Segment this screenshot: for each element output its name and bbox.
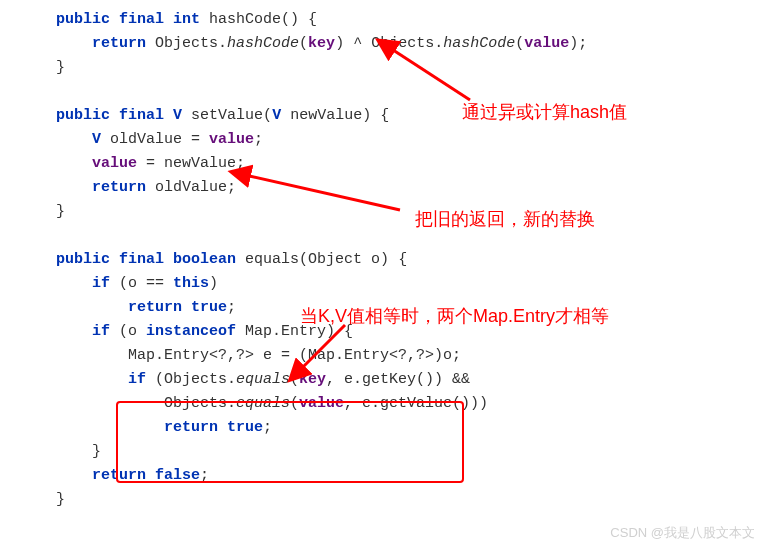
method-call: equals: [236, 371, 290, 388]
method-call: equals: [236, 395, 290, 412]
punct: (: [290, 395, 299, 412]
text: Objects.: [164, 395, 236, 412]
method-name: hashCode: [209, 11, 281, 28]
kw-if: if: [92, 275, 110, 292]
cls: Objects: [371, 35, 434, 52]
text: (Object o) {: [299, 251, 407, 268]
text: (o ==: [110, 275, 173, 292]
type-v: V: [272, 107, 281, 124]
punct: (: [515, 35, 524, 52]
field-value: value: [209, 131, 254, 148]
kw-return: return: [92, 35, 146, 52]
punct: ;: [200, 467, 209, 484]
punct: ) ^: [335, 35, 371, 52]
code-block: public final int hashCode() { return Obj…: [0, 0, 771, 520]
punct: ;: [227, 299, 236, 316]
kw-int: int: [173, 11, 200, 28]
method-name: setValue: [191, 107, 263, 124]
kw-boolean: boolean: [173, 251, 236, 268]
text: oldValue;: [146, 179, 236, 196]
kw-return-true: return true: [164, 419, 263, 436]
field-key: key: [299, 371, 326, 388]
kw-return-false: return false: [92, 467, 200, 484]
text: = newValue;: [137, 155, 245, 172]
text: Map.Entry<?,?> e = (Map.Entry<?,?>)o;: [128, 347, 461, 364]
annotation-setvalue: 把旧的返回，新的替换: [415, 205, 595, 234]
kw-public: public: [56, 11, 110, 28]
kw-this: this: [173, 275, 209, 292]
kw-final: final: [119, 107, 164, 124]
field-value: value: [92, 155, 137, 172]
kw-if: if: [92, 323, 110, 340]
punct: (: [290, 371, 299, 388]
punct: ;: [254, 131, 263, 148]
punct: ): [209, 275, 218, 292]
punct: .: [218, 35, 227, 52]
punct: ;: [263, 419, 272, 436]
text: oldValue =: [101, 131, 209, 148]
cls: Objects: [155, 35, 218, 52]
method-name: equals: [245, 251, 299, 268]
field-value: value: [299, 395, 344, 412]
kw-final: final: [119, 11, 164, 28]
annotation-hash: 通过异或计算hash值: [462, 98, 627, 127]
brace: }: [92, 443, 101, 460]
kw-return-true: return true: [128, 299, 227, 316]
brace: }: [56, 203, 65, 220]
annotation-equals: 当K,V值相等时，两个Map.Entry才相等: [300, 302, 609, 331]
brace: }: [56, 491, 65, 508]
type-v: V: [173, 107, 182, 124]
type-v: V: [92, 131, 101, 148]
param: newValue) {: [281, 107, 389, 124]
text: (o: [110, 323, 146, 340]
kw-instanceof: instanceof: [146, 323, 236, 340]
text: , e.getValue())): [344, 395, 488, 412]
kw-return: return: [92, 179, 146, 196]
text: (Objects.: [146, 371, 236, 388]
text: , e.getKey()) &&: [326, 371, 470, 388]
kw-public: public: [56, 107, 110, 124]
punct: (: [263, 107, 272, 124]
method-call: hashCode: [443, 35, 515, 52]
punct: .: [434, 35, 443, 52]
punct: () {: [281, 11, 317, 28]
field-key: key: [308, 35, 335, 52]
method-call: hashCode: [227, 35, 299, 52]
watermark: CSDN @我是八股文本文: [610, 523, 755, 544]
kw-public: public: [56, 251, 110, 268]
kw-if: if: [128, 371, 146, 388]
brace: }: [56, 59, 65, 76]
punct: );: [569, 35, 587, 52]
punct: (: [299, 35, 308, 52]
kw-final: final: [119, 251, 164, 268]
field-value: value: [524, 35, 569, 52]
